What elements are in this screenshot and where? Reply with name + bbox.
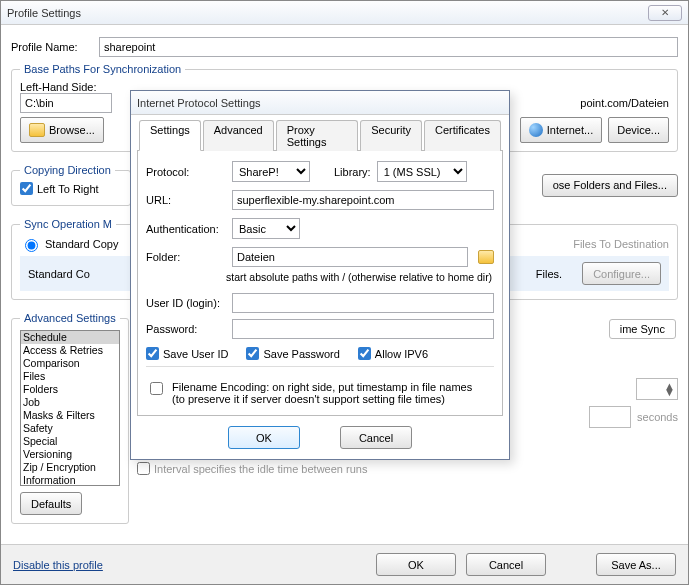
list-item[interactable]: Information <box>21 474 119 486</box>
advanced-listbox[interactable]: Schedule Access & Retries Comparison Fil… <box>20 330 120 486</box>
auth-select[interactable]: Basic <box>232 218 300 239</box>
base-paths-legend: Base Paths For Synchronization <box>20 63 185 75</box>
abs-path-note: start absolute paths with / (otherwise r… <box>226 271 494 283</box>
list-item[interactable]: Zip / Encryption <box>21 461 119 474</box>
password-label: Password: <box>146 323 226 335</box>
list-item[interactable]: Schedule <box>21 331 119 344</box>
folder-input[interactable] <box>232 247 468 267</box>
url-label: URL: <box>146 194 226 206</box>
list-item[interactable]: Safety <box>21 422 119 435</box>
list-item[interactable]: Versioning <box>21 448 119 461</box>
seconds-label: seconds <box>637 411 678 423</box>
files-label: Files. <box>536 268 562 280</box>
folder-label: Folder: <box>146 251 226 263</box>
filename-encoding-checkbox[interactable] <box>150 382 163 395</box>
choose-folders-button[interactable]: ose Folders and Files... <box>542 174 678 197</box>
left-to-right-checkbox[interactable]: Left To Right <box>20 182 99 195</box>
interval-spinner[interactable]: ▲▼ <box>636 378 678 400</box>
main-titlebar: Profile Settings ✕ <box>1 1 688 25</box>
interval-idle-checkbox[interactable]: Interval specifies the idle time between… <box>137 462 367 475</box>
filename-encoding-sub: (to preserve it if server doesn't suppor… <box>172 393 472 405</box>
tab-proxy[interactable]: Proxy Settings <box>276 120 359 151</box>
globe-icon <box>529 123 543 137</box>
profile-name-input[interactable] <box>99 37 678 57</box>
save-as-button[interactable]: Save As... <box>596 553 676 576</box>
password-input[interactable] <box>232 319 494 339</box>
internet-protocol-dialog: Internet Protocol Settings Settings Adva… <box>130 90 510 460</box>
url-input[interactable] <box>232 190 494 210</box>
library-label: Library: <box>334 166 371 178</box>
tab-ime-sync[interactable]: ime Sync <box>609 319 676 339</box>
advanced-settings-legend: Advanced Settings <box>20 312 120 324</box>
list-item[interactable]: Job <box>21 396 119 409</box>
seconds-spinner[interactable] <box>589 406 631 428</box>
close-icon[interactable]: ✕ <box>648 5 682 21</box>
list-item[interactable]: Files <box>21 370 119 383</box>
profile-name-label: Profile Name: <box>11 41 93 53</box>
library-select[interactable]: 1 (MS SSL) <box>377 161 467 182</box>
filename-encoding-label: Filename Encoding: on right side, put ti… <box>172 381 472 393</box>
standard-copy-desc: Standard Co <box>28 268 90 280</box>
save-password-checkbox[interactable]: Save Password <box>246 347 339 360</box>
tab-advanced[interactable]: Advanced <box>203 120 274 151</box>
userid-label: User ID (login): <box>146 297 226 309</box>
defaults-button[interactable]: Defaults <box>20 492 82 515</box>
copy-direction-group: Copying Direction Left To Right <box>11 164 131 206</box>
list-item[interactable]: Masks & Filters <box>21 409 119 422</box>
main-title: Profile Settings <box>7 7 648 19</box>
configure-button[interactable]: Configure... <box>582 262 661 285</box>
auth-label: Authentication: <box>146 223 226 235</box>
protocol-label: Protocol: <box>146 166 226 178</box>
sync-operation-legend: Sync Operation M <box>20 218 116 230</box>
main-ok-button[interactable]: OK <box>376 553 456 576</box>
right-path-fragment: point.com/Dateien <box>580 97 669 109</box>
modal-cancel-button[interactable]: Cancel <box>340 426 412 449</box>
disable-profile-link[interactable]: Disable this profile <box>13 559 103 571</box>
files-to-dest-label: Files To Destination <box>573 238 669 250</box>
userid-input[interactable] <box>232 293 494 313</box>
allow-ipv6-checkbox[interactable]: Allow IPV6 <box>358 347 428 360</box>
left-path-input[interactable] <box>20 93 112 113</box>
modal-titlebar: Internet Protocol Settings <box>131 91 509 115</box>
folder-icon <box>29 123 45 137</box>
tab-security[interactable]: Security <box>360 120 422 151</box>
list-item[interactable]: Special <box>21 435 119 448</box>
main-cancel-button[interactable]: Cancel <box>466 553 546 576</box>
tab-settings[interactable]: Settings <box>139 120 201 151</box>
list-item[interactable]: Comparison <box>21 357 119 370</box>
protocol-select[interactable]: ShareP! <box>232 161 310 182</box>
save-userid-checkbox[interactable]: Save User ID <box>146 347 228 360</box>
folder-browse-icon[interactable] <box>478 250 494 264</box>
left-side-label: Left-Hand Side: <box>20 81 96 93</box>
list-item[interactable]: Folders <box>21 383 119 396</box>
copy-direction-legend: Copying Direction <box>20 164 115 176</box>
modal-title: Internet Protocol Settings <box>137 97 503 109</box>
internet-button[interactable]: Internet... <box>520 117 602 143</box>
modal-ok-button[interactable]: OK <box>228 426 300 449</box>
browse-left-button[interactable]: Browse... <box>20 117 104 143</box>
list-item[interactable]: Access & Retries <box>21 344 119 357</box>
tab-certificates[interactable]: Certificates <box>424 120 501 151</box>
device-button[interactable]: Device... <box>608 117 669 143</box>
advanced-settings-group: Advanced Settings Schedule Access & Retr… <box>11 312 129 524</box>
standard-copy-radio[interactable]: Standard Copy <box>20 236 118 252</box>
